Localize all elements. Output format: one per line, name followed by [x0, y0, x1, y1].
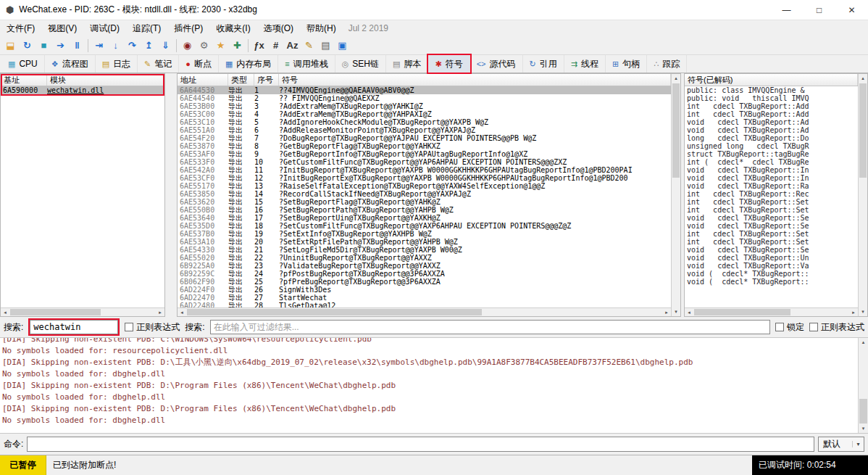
- scrollbar-track[interactable]: [693, 308, 849, 316]
- scroll-down-arrow[interactable]: ▾: [672, 307, 680, 316]
- memory-layout-icon[interactable]: ▤: [317, 38, 334, 54]
- menu-file[interactable]: 文件(F): [0, 20, 41, 36]
- scylla-icon[interactable]: ✚: [229, 38, 246, 54]
- symbol-row[interactable]: 6AE533F0导出10?GetCustomFiltFunc@TXBugRepo…: [178, 158, 671, 166]
- modules-header-module[interactable]: 模块: [47, 74, 164, 86]
- symbol-row[interactable]: 6B9225A0导出23?ValidateBugReport@TXBugRepo…: [178, 262, 671, 270]
- scroll-up-arrow[interactable]: ▴: [859, 338, 868, 347]
- terminal-icon[interactable]: ▣: [334, 38, 351, 54]
- symbol-row[interactable]: 6AE54F20导出7?DoBugReport@TXBugReport@@YAJ…: [178, 134, 671, 142]
- symbol-row[interactable]: 6AE54330导出21?SetLogFileMd5Dir@TXBugRepor…: [178, 246, 671, 254]
- scrollbar-thumb[interactable]: [187, 309, 482, 315]
- symbol-row[interactable]: 6AE53A10导出20?SetExtRptFilePath@TXBugRepo…: [178, 238, 671, 246]
- modules-header-base[interactable]: 基址: [1, 74, 47, 86]
- step-over-icon[interactable]: ↷: [124, 38, 141, 54]
- undecorated-header-label[interactable]: 符号(已解码): [685, 74, 858, 86]
- tab-threads[interactable]: ⇉线程: [564, 55, 606, 73]
- tab-trace[interactable]: ∴跟踪: [647, 55, 687, 73]
- scroll-left-arrow[interactable]: ◂: [178, 308, 186, 316]
- scrollbar-thumb[interactable]: [10, 309, 101, 315]
- symbol-row[interactable]: 6AE53B00导出3?AddExtraMem@TXBugReport@@YAH…: [178, 102, 671, 110]
- tab-notes[interactable]: ✎笔记: [138, 55, 179, 73]
- tab-references[interactable]: ↻引用: [523, 55, 564, 73]
- symbol-lock-checkbox[interactable]: 锁定: [775, 321, 804, 334]
- scrollbar-track[interactable]: [9, 308, 156, 316]
- menu-help[interactable]: 帮助(H): [300, 20, 343, 36]
- font-icon[interactable]: Az: [284, 38, 301, 54]
- symbols-vscrollbar[interactable]: ▴ ▾: [671, 74, 680, 316]
- log-vscrollbar[interactable]: ▴ ▾: [858, 338, 868, 433]
- menu-favourites[interactable]: 收藏夹(I): [209, 20, 256, 36]
- symbol-row[interactable]: 6AE55020导出22?UninitBugReport@TXBugReport…: [178, 254, 671, 262]
- scroll-down-arrow[interactable]: ▾: [859, 424, 868, 433]
- scroll-right-arrow[interactable]: ▸: [849, 308, 858, 316]
- symbol-search-input[interactable]: [210, 320, 770, 334]
- scrollbar-track[interactable]: [186, 308, 662, 316]
- undecorated-hscrollbar[interactable]: ◂ ▸: [685, 307, 858, 316]
- menu-trace[interactable]: 追踪(T): [126, 20, 167, 36]
- scroll-up-arrow[interactable]: ▴: [859, 74, 867, 83]
- close-button[interactable]: ✕: [835, 0, 868, 20]
- tab-seh[interactable]: ◎SEH链: [335, 55, 386, 73]
- run-to-user-icon[interactable]: ⇥: [91, 38, 107, 54]
- scroll-left-arrow[interactable]: ◂: [685, 308, 693, 316]
- restart-icon[interactable]: ↻: [19, 38, 36, 54]
- scrollbar-thumb[interactable]: [859, 83, 867, 178]
- symbol-row[interactable]: 6AE550B0导出16?SetBugReportPath@TXBugRepor…: [178, 206, 671, 214]
- scroll-right-arrow[interactable]: ▸: [156, 308, 164, 316]
- run-icon[interactable]: ➔: [52, 38, 69, 54]
- menu-plugins[interactable]: 插件(P): [167, 20, 209, 36]
- module-row[interactable]: 6A590000wechatwin.dll: [1, 86, 164, 94]
- step-out-icon[interactable]: ↥: [141, 38, 157, 54]
- symbol-row[interactable]: 6AE44540导出2??_FIMVQQEngine@@QAEXXZ: [178, 94, 671, 102]
- step-into-icon[interactable]: ↓: [107, 38, 124, 54]
- maximize-button[interactable]: □: [803, 0, 835, 20]
- tab-breakpoints[interactable]: ●断点: [179, 55, 219, 73]
- command-input[interactable]: [27, 437, 814, 452]
- scroll-up-arrow[interactable]: ▴: [672, 74, 680, 83]
- minimize-button[interactable]: —: [770, 0, 803, 20]
- symbol-row[interactable]: 6AD22470导出27StartWechat: [178, 294, 671, 302]
- scroll-right-arrow[interactable]: ▸: [662, 308, 671, 316]
- functions-icon[interactable]: ƒx: [251, 38, 267, 54]
- tab-graph[interactable]: ❖流程图: [45, 55, 96, 73]
- tab-source[interactable]: <>源代码: [470, 55, 523, 73]
- symbol-row[interactable]: 6AE53C00导出4?AddExtraMem@TXBugReport@@YAH…: [178, 110, 671, 118]
- tab-memory-map[interactable]: ▦内存布局: [219, 55, 278, 73]
- symbols-header-ordinal[interactable]: 序号: [254, 74, 279, 86]
- symbol-row[interactable]: 6AE535D0导出18?SetCustomFiltFunc@TXBugRepo…: [178, 222, 671, 230]
- tab-cpu[interactable]: ▦CPU: [1, 55, 45, 73]
- symbol-row[interactable]: 6AE53AF0导出9?GetBugReportInfo@TXBugReport…: [178, 150, 671, 158]
- menu-view[interactable]: 视图(V): [41, 20, 83, 36]
- symbol-row[interactable]: 6AE55170导出13?RaiseSelfFatalException@TXB…: [178, 182, 671, 190]
- symbol-row[interactable]: 6B062F90导出25?pfPreBugReport@TXBugReport@…: [178, 278, 671, 286]
- symbol-row[interactable]: 6AE53620导出15?SetBugReportFlag@TXBugRepor…: [178, 198, 671, 206]
- symbol-row[interactable]: 6AE542A0导出11?InitBugReport@TXBugReport@@…: [178, 166, 671, 174]
- symbols-header-type[interactable]: 类型: [228, 74, 254, 86]
- tab-script[interactable]: ▤脚本: [386, 55, 428, 73]
- symbol-row[interactable]: 6AE53C10导出5?AddIgnoreHookCheckModule@TXB…: [178, 118, 671, 126]
- command-profile-select[interactable]: 默认 ▾: [818, 437, 864, 452]
- settings-gear-icon[interactable]: ⚙: [196, 38, 212, 54]
- symbols-header-address[interactable]: 地址: [178, 74, 228, 86]
- tab-log[interactable]: ▤日志: [96, 55, 138, 73]
- highlight-icon[interactable]: ✎: [301, 38, 317, 54]
- scrollbar-track[interactable]: [859, 347, 868, 424]
- menu-options[interactable]: 选项(O): [257, 20, 300, 36]
- scrollbar-thumb[interactable]: [694, 309, 790, 315]
- module-regex-checkbox[interactable]: 正则表达式: [125, 321, 180, 334]
- scrollbar-track[interactable]: [672, 83, 680, 307]
- symbol-row[interactable]: 6AE53640导出17?SetBugReportUin@TXBugReport…: [178, 214, 671, 222]
- skip-icon[interactable]: ⇓: [157, 38, 174, 54]
- tab-call-stack[interactable]: ≡调用堆栈: [278, 55, 335, 73]
- scroll-left-arrow[interactable]: ◂: [1, 308, 9, 316]
- trace-record-icon[interactable]: ◉: [179, 38, 196, 54]
- symbol-row[interactable]: 6A644530导出1??4IMVQQEngine@@QAEAAV0@ABV0@…: [178, 86, 671, 94]
- symbols-hscrollbar[interactable]: ◂ ▸: [178, 307, 671, 316]
- pause-icon[interactable]: ‖: [69, 38, 85, 54]
- scroll-down-arrow[interactable]: ▾: [859, 307, 867, 316]
- open-file-icon[interactable]: ⬓: [2, 38, 19, 54]
- scrollbar-track[interactable]: [859, 83, 867, 307]
- symbol-row[interactable]: 6B92259C导出24?pfPostBugReport@TXBugReport…: [178, 270, 671, 278]
- title-bar[interactable]: ⬢ WeChat.exe - PID: 263C - 模块: ntdll.dll…: [0, 0, 868, 20]
